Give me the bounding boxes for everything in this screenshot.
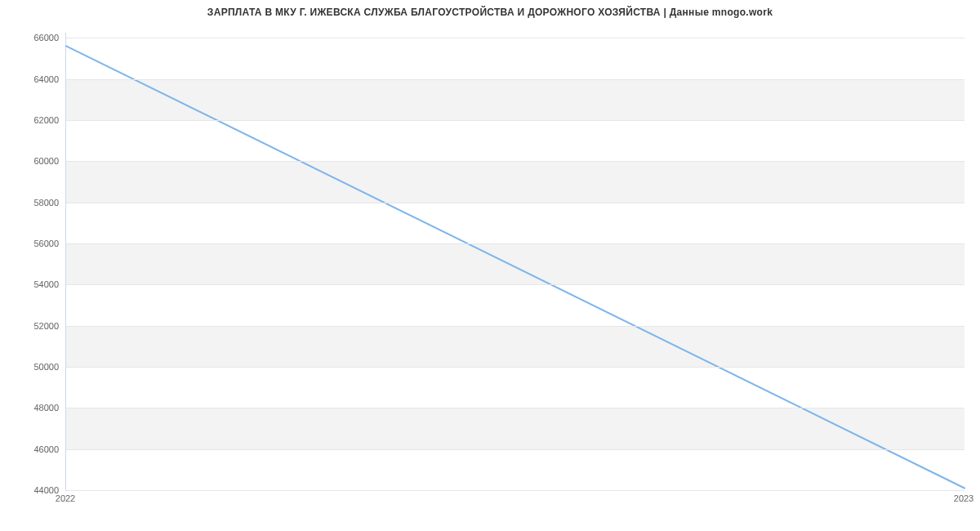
- y-tick-label: 48000: [33, 403, 59, 413]
- gridline: [66, 367, 964, 368]
- y-tick-label: 50000: [33, 362, 59, 372]
- y-tick-label: 62000: [33, 115, 59, 125]
- chart-container: ЗАРПЛАТА В МКУ Г. ИЖЕВСКА СЛУЖБА БЛАГОУС…: [0, 0, 980, 531]
- gridline: [66, 284, 964, 285]
- y-tick-label: 52000: [33, 321, 59, 331]
- gridline: [66, 203, 964, 203]
- gridline: [66, 326, 964, 327]
- y-tick-label: 64000: [33, 74, 59, 84]
- series-line: [66, 46, 964, 488]
- chart-title: ЗАРПЛАТА В МКУ Г. ИЖЕВСКА СЛУЖБА БЛАГОУС…: [0, 7, 980, 18]
- gridline: [66, 120, 964, 121]
- gridline: [66, 161, 964, 162]
- gridline: [66, 490, 964, 491]
- gridline: [66, 449, 964, 450]
- line-series-layer: [66, 33, 964, 490]
- y-tick-label: 60000: [33, 156, 59, 166]
- gridline: [66, 408, 964, 408]
- y-tick-label: 54000: [33, 279, 59, 289]
- y-tick-label: 56000: [33, 239, 59, 248]
- plot-area: [65, 33, 964, 491]
- gridline: [66, 38, 964, 38]
- x-tick-label: 2022: [56, 493, 75, 503]
- x-tick-label: 2023: [954, 493, 973, 503]
- y-tick-label: 58000: [33, 198, 59, 207]
- y-tick-label: 46000: [33, 444, 59, 454]
- gridline: [66, 243, 964, 244]
- gridline: [66, 79, 964, 80]
- y-tick-label: 66000: [33, 33, 59, 42]
